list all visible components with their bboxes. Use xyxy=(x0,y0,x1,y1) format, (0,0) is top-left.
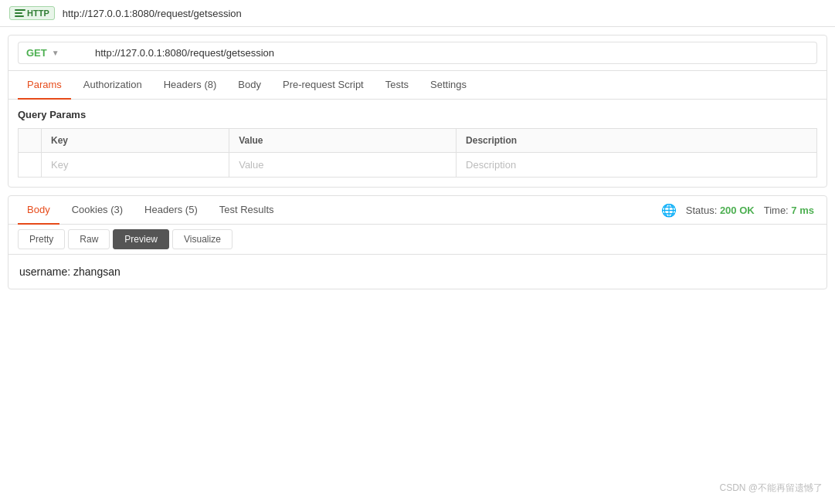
method-label: GET xyxy=(26,47,47,59)
format-tab-visualize[interactable]: Visualize xyxy=(172,229,233,249)
time-value: 7 ms xyxy=(791,205,814,216)
format-tab-preview[interactable]: Preview xyxy=(113,229,169,249)
status-value: 200 OK xyxy=(720,205,755,216)
format-tab-raw[interactable]: Raw xyxy=(68,229,110,249)
table-header-key: Key xyxy=(42,129,229,153)
table-header-value: Value xyxy=(229,129,457,153)
tab-response-headers[interactable]: Headers (5) xyxy=(135,196,207,225)
tab-settings[interactable]: Settings xyxy=(421,71,476,100)
response-tabs-row: Body Cookies (3) Headers (5) Test Result… xyxy=(8,196,827,225)
url-bar-text: http://127.0.0.1:8080/request/getsession xyxy=(63,8,242,19)
tab-prerequest[interactable]: Pre-request Script xyxy=(273,71,373,100)
row-checkbox xyxy=(19,153,42,178)
row-value[interactable]: Value xyxy=(229,153,457,178)
query-params-table: Key Value Description Key Value Descript… xyxy=(18,128,817,178)
tab-body[interactable]: Body xyxy=(229,71,270,100)
response-status: 🌐 Status: 200 OK Time: 7 ms xyxy=(661,203,817,218)
response-body: username: zhangsan xyxy=(8,255,827,289)
row-description[interactable]: Description xyxy=(457,153,817,178)
tab-authorization[interactable]: Authorization xyxy=(74,71,151,100)
tab-response-body[interactable]: Body xyxy=(18,196,59,225)
params-section: Query Params Key Value Description Key V… xyxy=(8,100,827,187)
request-tabs: Params Authorization Headers (8) Body Pr… xyxy=(8,71,827,100)
table-header-description: Description xyxy=(457,129,817,153)
tab-test-results[interactable]: Test Results xyxy=(210,196,283,225)
request-section: GET ▼ Params Authorization Headers (8) B… xyxy=(8,35,827,188)
status-label: Status: 200 OK xyxy=(686,205,755,216)
tab-headers[interactable]: Headers (8) xyxy=(154,71,226,100)
url-input[interactable] xyxy=(87,42,817,64)
format-tab-pretty[interactable]: Pretty xyxy=(18,229,65,249)
http-icon: HTTP xyxy=(9,6,55,20)
table-row: Key Value Description xyxy=(19,153,817,178)
globe-icon: 🌐 xyxy=(661,203,677,218)
response-section: Body Cookies (3) Headers (5) Test Result… xyxy=(8,195,827,289)
row-key[interactable]: Key xyxy=(42,153,229,178)
url-bar: HTTP http://127.0.0.1:8080/request/getse… xyxy=(0,0,835,27)
chevron-down-icon: ▼ xyxy=(52,49,59,57)
time-label: Time: 7 ms xyxy=(764,205,814,216)
format-tabs-row: Pretty Raw Preview Visualize xyxy=(8,225,827,255)
tab-cookies[interactable]: Cookies (3) xyxy=(63,196,132,225)
table-header-checkbox xyxy=(19,129,42,153)
http-lines-icon xyxy=(15,9,25,17)
method-dropdown[interactable]: GET ▼ xyxy=(18,42,87,64)
method-url-row: GET ▼ xyxy=(8,36,827,71)
tab-tests[interactable]: Tests xyxy=(376,71,418,100)
tab-params[interactable]: Params xyxy=(18,71,71,100)
query-params-title: Query Params xyxy=(18,109,817,120)
